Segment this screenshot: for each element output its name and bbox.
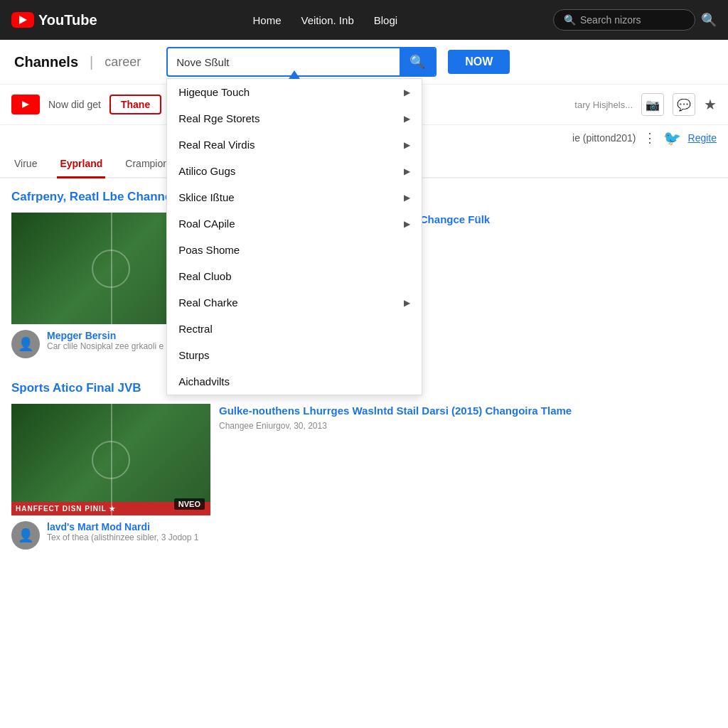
tab-virue[interactable]: Virue: [11, 151, 40, 178]
chevron-right-icon: ▶: [404, 114, 410, 124]
chevron-right-icon: ▶: [404, 219, 410, 229]
tab-eyprland[interactable]: Eyprland: [57, 151, 105, 178]
search-icon-small: 🔍: [564, 14, 576, 26]
instagram-icon[interactable]: 📷: [641, 93, 664, 116]
more-options-icon[interactable]: ⋮: [643, 130, 656, 146]
dropdown-menu: Higeque Touch ▶ Real Rge Storets ▶ Real …: [166, 78, 422, 395]
youtube-icon: [11, 12, 34, 28]
dropdown-item[interactable]: Real Rge Storets ▶: [167, 105, 422, 132]
dropdown-item-label: Atilico Gugs: [178, 165, 235, 177]
channel-name-1[interactable]: Mepger Bersin: [47, 330, 164, 341]
thane-button[interactable]: Thane: [109, 95, 161, 114]
dropdown-caret: [289, 70, 300, 79]
channel-info-2: 👤 lavd's Mart Mod Nardi Tex of thea (ali…: [11, 521, 717, 550]
dropdown-item[interactable]: Aichadvilts: [167, 368, 422, 395]
career-label: career: [105, 55, 141, 70]
sub-header: Channels | career 🔍 Higeque Touch ▶ Real…: [0, 40, 728, 85]
search-button[interactable]: 🔍: [400, 48, 435, 75]
section-2: Sports Atico Final JVB HANFFECT DISN PIN…: [0, 381, 728, 572]
header-search-box[interactable]: 🔍 Search nizors: [553, 9, 695, 31]
dropdown-item-label: Sklice Ißtue: [178, 191, 234, 203]
dropdown-item[interactable]: Sklice Ißtue ▶: [167, 184, 422, 210]
logo[interactable]: YouTube: [11, 12, 97, 28]
avatar-1: 👤: [11, 330, 40, 358]
separator: |: [90, 54, 93, 70]
avatar-2: 👤: [11, 521, 40, 550]
dropdown-item-label: Real Real Virdis: [178, 139, 255, 151]
star-icon[interactable]: ★: [704, 96, 717, 113]
video-meta-2: Changee Eniurgov, 30, 2013: [219, 421, 717, 431]
channel-logo-icon: [11, 95, 40, 114]
dropdown-item-label: Rectral: [178, 323, 213, 335]
nav-home[interactable]: Home: [252, 14, 281, 26]
channel-sub-2: Tex of thea (alisthinzee sibler, 3 Jodop…: [47, 532, 198, 542]
dropdown-item-label: Roal CApile: [178, 218, 235, 230]
dropdown-item[interactable]: Real Cluob: [167, 263, 422, 289]
twitter-icon[interactable]: 🐦: [663, 129, 681, 146]
dropdown-item[interactable]: Higeque Touch ▶: [167, 79, 422, 105]
channel-details-2: lavd's Mart Mod Nardi Tex of thea (alist…: [47, 521, 198, 542]
ttary-text: tary Hisjhels...: [574, 100, 633, 110]
search-input[interactable]: [168, 50, 400, 74]
dropdown-item[interactable]: Rectral: [167, 316, 422, 342]
chevron-right-icon: ▶: [404, 166, 410, 176]
chevron-right-icon: ▶: [404, 193, 410, 203]
now-did-get-label: Now did get: [48, 99, 101, 110]
pittond-text: ie (pittond201): [572, 132, 636, 144]
dropdown-item-label: Poas Shome: [178, 244, 240, 256]
channel-details-1: Mepger Bersin Car clile Nosipkal zee grk…: [47, 330, 164, 351]
dropdown-item[interactable]: Atilico Gugs ▶: [167, 158, 422, 184]
dropdown-item[interactable]: Real Real Virdis ▶: [167, 132, 422, 158]
now-button[interactable]: NOW: [448, 50, 510, 74]
dropdown-item-label: Real Charke: [178, 296, 237, 309]
video-info-2: Gulke-nouthens Lhurrges Waslntd Stail Da…: [219, 404, 717, 431]
regite-link[interactable]: Regite: [688, 132, 717, 144]
header-search-placeholder: Search nizors: [580, 14, 641, 26]
nav-blogi[interactable]: Blogi: [374, 14, 397, 26]
logo-text: YouTube: [38, 12, 97, 28]
thumbnail-label-2: NVEO: [174, 498, 205, 510]
header-search-area: 🔍 Search nizors 🔍: [553, 9, 717, 31]
dropdown-item-label: Aichadvilts: [178, 375, 230, 387]
dropdown-item-label: Real Cluob: [178, 270, 231, 282]
header-nav: Home Veition. Inb Blogi: [112, 14, 539, 26]
channel-sub-1: Car clile Nosipkal zee grkaoli e: [47, 341, 164, 351]
video-thumbnail-2[interactable]: HANFFECT DISN PINIL ★ NVEO: [11, 404, 210, 515]
message-icon[interactable]: 💬: [673, 93, 695, 116]
dropdown-item[interactable]: Sturps: [167, 342, 422, 368]
chevron-right-icon: ▶: [404, 298, 410, 308]
chevron-right-icon: ▶: [404, 87, 410, 97]
video-row-2: HANFFECT DISN PINIL ★ NVEO Gulke-nouthen…: [11, 404, 717, 550]
video-title-2[interactable]: Gulke-nouthens Lhurrges Waslntd Stail Da…: [219, 404, 717, 418]
search-input-wrapper: 🔍: [166, 47, 437, 77]
dropdown-item-label: Higeque Touch: [178, 86, 250, 98]
search-container: 🔍 Higeque Touch ▶ Real Rge Storets ▶ Rea…: [166, 47, 437, 77]
channels-label: Channels: [14, 54, 78, 70]
dropdown-item-label: Sturps: [178, 349, 209, 361]
dropdown-item[interactable]: Poas Shome: [167, 237, 422, 263]
dropdown-item[interactable]: Roal CApile ▶: [167, 210, 422, 237]
chevron-right-icon: ▶: [404, 140, 410, 150]
header-search-icon[interactable]: 🔍: [701, 12, 717, 28]
dropdown-item-label: Real Rge Storets: [178, 112, 259, 124]
nav-veition[interactable]: Veition. Inb: [301, 14, 354, 26]
video-row-top-2: HANFFECT DISN PINIL ★ NVEO Gulke-nouthen…: [11, 404, 717, 515]
dropdown-item[interactable]: Real Charke ▶: [167, 289, 422, 316]
channel-name-2[interactable]: lavd's Mart Mod Nardi: [47, 521, 198, 532]
header: YouTube Home Veition. Inb Blogi 🔍 Search…: [0, 0, 728, 40]
